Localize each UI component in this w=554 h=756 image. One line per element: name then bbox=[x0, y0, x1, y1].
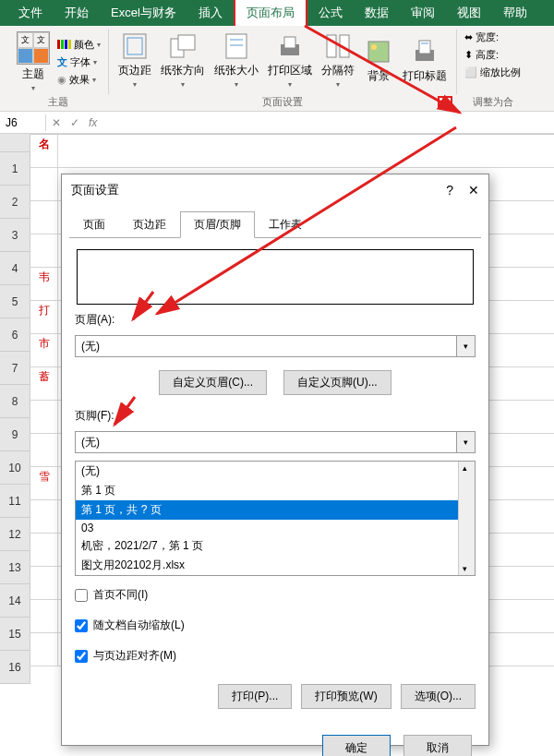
tab-page[interactable]: 页面 bbox=[69, 211, 119, 238]
list-item[interactable]: 机密，2021/2/7，第 1 页 bbox=[76, 536, 458, 556]
menu-page-layout[interactable]: 页面布局 bbox=[234, 0, 307, 28]
cell[interactable] bbox=[30, 633, 58, 666]
menu-view[interactable]: 视图 bbox=[446, 0, 492, 26]
scrollbar[interactable] bbox=[458, 462, 475, 575]
cell[interactable]: 雪 bbox=[30, 467, 58, 499]
page-setup-dialog: 页面设置 ? ✕ 页面 页边距 页眉/页脚 工作表 页眉(A): (无) ▾ 自… bbox=[61, 174, 489, 746]
cell[interactable] bbox=[30, 168, 58, 200]
row-header[interactable]: 11 bbox=[0, 485, 30, 518]
print-area-button[interactable]: 打印区域▾ bbox=[264, 30, 316, 90]
select-all-corner[interactable] bbox=[0, 134, 30, 152]
cell[interactable] bbox=[30, 500, 58, 533]
header-preview bbox=[77, 249, 474, 305]
cell[interactable]: 韦 bbox=[30, 268, 58, 300]
menu-excel-finance[interactable]: Excel与财务 bbox=[100, 0, 187, 26]
row-header[interactable]: 5 bbox=[0, 285, 30, 318]
row-header[interactable]: 3 bbox=[0, 219, 30, 252]
chevron-down-icon[interactable]: ▾ bbox=[456, 432, 475, 452]
header-combo[interactable]: (无) ▾ bbox=[75, 335, 476, 357]
list-item[interactable]: (无) bbox=[76, 462, 458, 481]
svg-point-12 bbox=[371, 44, 377, 50]
row-header[interactable]: 12 bbox=[0, 518, 30, 551]
themes-button[interactable]: 文文 主题 ▾ bbox=[13, 30, 54, 94]
row-header[interactable]: 6 bbox=[0, 318, 30, 352]
menu-insert[interactable]: 插入 bbox=[187, 0, 234, 26]
options-button[interactable]: 选项(O)... bbox=[401, 684, 476, 709]
row-header[interactable]: 13 bbox=[0, 551, 30, 584]
page-setup-launcher[interactable]: ↘ bbox=[438, 96, 452, 109]
tab-header-footer[interactable]: 页眉/页脚 bbox=[180, 211, 255, 238]
list-item[interactable]: 第 1 页，共 ? 页 bbox=[76, 500, 458, 520]
header-combo-text: (无) bbox=[76, 339, 456, 354]
cell[interactable] bbox=[30, 600, 58, 632]
fx-cancel-icon[interactable]: ✕ bbox=[52, 116, 61, 129]
size-button[interactable]: 纸张大小▾ bbox=[211, 30, 262, 90]
help-icon[interactable]: ? bbox=[446, 183, 453, 198]
footer-options-listbox[interactable]: (无) 第 1 页 第 1 页，共 ? 页 03 机密，2021/2/7，第 1… bbox=[75, 461, 476, 576]
close-icon[interactable]: ✕ bbox=[468, 183, 479, 198]
tab-sheet[interactable]: 工作表 bbox=[255, 211, 316, 238]
print-button[interactable]: 打印(P)... bbox=[218, 684, 292, 709]
custom-footer-button[interactable]: 自定义页脚(U)... bbox=[283, 370, 391, 395]
menu-formulas[interactable]: 公式 bbox=[307, 0, 354, 26]
chk-scale-with-doc[interactable] bbox=[75, 619, 88, 632]
cell[interactable]: 蓄 bbox=[30, 367, 58, 400]
menu-help[interactable]: 帮助 bbox=[492, 0, 538, 26]
row-headers: 1 2 3 4 5 6 7 8 9 10 11 12 13 14 15 16 bbox=[0, 134, 30, 684]
chevron-down-icon[interactable]: ▾ bbox=[456, 336, 475, 356]
name-box[interactable]: J6 bbox=[0, 114, 46, 131]
svg-rect-4 bbox=[226, 34, 247, 58]
row-header[interactable]: 16 bbox=[0, 651, 30, 684]
cell[interactable] bbox=[30, 401, 58, 433]
width-row[interactable]: ⬌宽度: bbox=[463, 30, 523, 45]
breaks-button[interactable]: 分隔符▾ bbox=[318, 30, 358, 90]
row-header[interactable]: 1 bbox=[0, 152, 30, 186]
cell[interactable] bbox=[30, 534, 58, 566]
cell[interactable]: 打 bbox=[30, 301, 58, 333]
cell[interactable] bbox=[30, 434, 58, 466]
row-header[interactable]: 2 bbox=[0, 186, 30, 219]
menu-home[interactable]: 开始 bbox=[54, 0, 100, 26]
chk-first-different[interactable] bbox=[75, 589, 88, 602]
row-header[interactable]: 7 bbox=[0, 352, 30, 385]
margins-button[interactable]: 页边距▾ bbox=[114, 30, 155, 90]
scale-row[interactable]: ⬜缩放比例 bbox=[463, 65, 523, 80]
chk-align-margins[interactable] bbox=[75, 650, 88, 663]
fonts-button[interactable]: 文字体▾ bbox=[55, 54, 102, 70]
cell[interactable] bbox=[30, 201, 58, 234]
orientation-button[interactable]: 纸张方向▾ bbox=[157, 30, 209, 90]
row-header[interactable]: 4 bbox=[0, 252, 30, 285]
row-header[interactable]: 8 bbox=[0, 385, 30, 418]
fx-icon[interactable]: fx bbox=[89, 116, 97, 129]
tab-margins[interactable]: 页边距 bbox=[119, 211, 180, 238]
cell[interactable]: 名 bbox=[30, 135, 58, 167]
footer-combo[interactable]: (无) ▾ bbox=[75, 431, 476, 453]
list-item[interactable]: 第 1 页 bbox=[76, 481, 458, 500]
list-item[interactable]: 03 bbox=[76, 520, 458, 536]
menu-file[interactable]: 文件 bbox=[7, 0, 54, 26]
cell[interactable] bbox=[30, 234, 58, 267]
menu-review[interactable]: 审阅 bbox=[400, 0, 446, 26]
menu-data[interactable]: 数据 bbox=[354, 0, 400, 26]
row-header[interactable]: 15 bbox=[0, 618, 30, 651]
height-row[interactable]: ⬍高度: bbox=[463, 47, 523, 63]
print-area-icon bbox=[275, 31, 305, 61]
svg-rect-10 bbox=[340, 35, 349, 57]
fx-accept-icon[interactable]: ✓ bbox=[70, 116, 79, 129]
background-button[interactable]: 背景 bbox=[360, 35, 397, 86]
print-preview-button[interactable]: 打印预览(W) bbox=[301, 684, 391, 709]
row-header[interactable]: 10 bbox=[0, 451, 30, 485]
colors-button[interactable]: 颜色▾ bbox=[55, 37, 102, 53]
cell[interactable]: 市 bbox=[30, 334, 58, 366]
dialog-titlebar: 页面设置 ? ✕ bbox=[62, 174, 488, 206]
custom-header-button[interactable]: 自定义页眉(C)... bbox=[159, 370, 267, 395]
print-titles-button[interactable]: 打印标题 bbox=[399, 35, 451, 86]
row-header[interactable]: 9 bbox=[0, 418, 30, 451]
cell[interactable] bbox=[30, 567, 58, 599]
row-header[interactable]: 14 bbox=[0, 584, 30, 618]
svg-rect-8 bbox=[284, 37, 295, 48]
ok-button[interactable]: 确定 bbox=[322, 735, 391, 756]
cancel-button[interactable]: 取消 bbox=[403, 735, 472, 756]
list-item[interactable]: 图文用202102月.xlsx bbox=[76, 556, 458, 575]
effects-button[interactable]: ◉效果▾ bbox=[55, 72, 102, 88]
